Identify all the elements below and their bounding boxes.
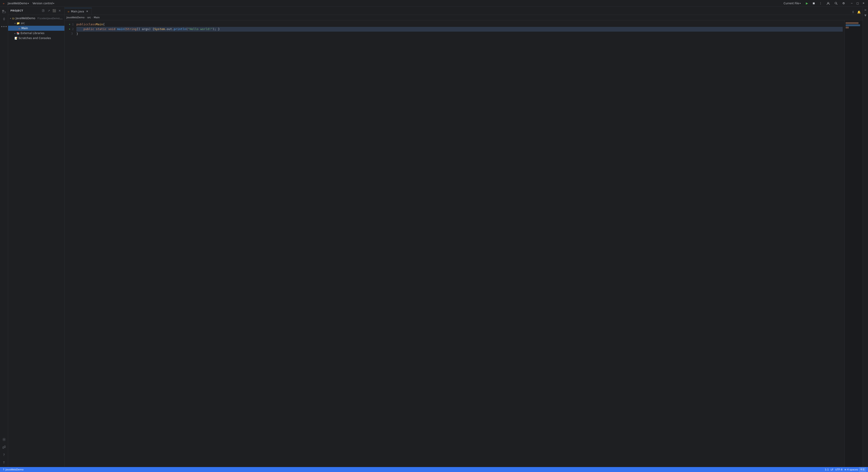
breadcrumb-src[interactable]: src: [87, 16, 91, 19]
right-panel: ≡ ▼: [863, 7, 868, 467]
settings-button[interactable]: ⚙: [840, 1, 847, 6]
code-line-3: }: [76, 32, 843, 36]
breadcrumb-main[interactable]: Main: [94, 16, 100, 19]
indent-setting[interactable]: ≡ 4 spaces: [843, 467, 859, 472]
token-brace-open: {: [103, 22, 105, 27]
tree-item-scratches[interactable]: 📝 Scratches and Consoles: [8, 36, 64, 41]
stop-button[interactable]: ⏹: [811, 1, 817, 6]
tree-item-external-libs[interactable]: ▸ 📚 External Libraries: [8, 31, 64, 36]
encoding[interactable]: UTF-8: [834, 467, 843, 472]
ime-indicator[interactable]: 中文: [859, 467, 866, 472]
titlebar: ☕ JavaWebDemo ▾ Version control ▾ Curren…: [0, 0, 868, 7]
minimap: [844, 20, 863, 467]
scratches-icon: 📝: [14, 37, 18, 40]
updates-icon[interactable]: ↑: [0, 459, 8, 466]
run-controls: ▶ ⏹ ⋮: [804, 1, 824, 6]
cursor-position[interactable]: 1:1: [824, 467, 830, 472]
sidebar-item-project[interactable]: [0, 8, 8, 15]
token-system: System: [154, 27, 165, 31]
more-options-button[interactable]: ⋮: [817, 1, 824, 6]
token-void: void: [108, 27, 117, 31]
tab-main-java[interactable]: ☕ Main.java ✕: [65, 8, 92, 15]
collapse-all-button[interactable]: ⬛: [52, 8, 57, 13]
run-gutter-2[interactable]: ▶: [68, 28, 71, 31]
current-file-menu[interactable]: Current File ▾: [782, 1, 803, 5]
settings-icon[interactable]: [0, 436, 8, 443]
token-close-stmt: ); }: [213, 27, 220, 31]
tree-item-root[interactable]: ▾ 🗂 JavaWebDemo F:\codes\JavaDemo\JavaWe…: [8, 16, 64, 21]
close-button[interactable]: ✕: [861, 1, 866, 6]
run-button[interactable]: ▶: [804, 1, 810, 6]
version-control-dropdown-icon: ▾: [53, 2, 54, 4]
help-icon[interactable]: ?: [0, 451, 8, 459]
status-vcs[interactable]: ↑ JavaWebDemo: [2, 467, 24, 472]
sidebar-header: Project ↗ ⬛ ✕: [8, 7, 64, 15]
src-label: src: [21, 22, 25, 25]
sidebar-item-commit[interactable]: [0, 15, 8, 23]
version-control-menu[interactable]: Version control ▾: [31, 1, 56, 5]
project-name-label: JavaWebDemo: [8, 2, 27, 5]
tree-item-src[interactable]: ▾ 📁 src: [8, 21, 64, 26]
token-println: println: [174, 27, 186, 31]
expand-all-button[interactable]: ↗: [46, 8, 51, 13]
svg-rect-4: [2, 11, 6, 13]
code-editor-body[interactable]: ▶ 1 ▶ 2 3 public class Main { public sta…: [65, 20, 863, 467]
status-bar: ↑ JavaWebDemo 1:1 LF UTF-8 ≡ 4 spaces 中文: [0, 467, 868, 472]
java-tab-icon: ☕: [67, 10, 70, 13]
token-string-val: "Hello world!": [188, 27, 213, 31]
breadcrumb-project[interactable]: JavaWebDemo: [66, 16, 85, 19]
svg-rect-3: [2, 10, 4, 11]
tab-label: Main.java: [71, 10, 84, 13]
sidebar-item-more[interactable]: •••: [0, 23, 8, 30]
indent-label: ≡: [844, 468, 846, 471]
token-paren-open: (: [124, 27, 126, 31]
ime-label: 中文: [860, 468, 865, 471]
svg-point-5: [3, 18, 5, 20]
maximize-button[interactable]: □: [855, 1, 860, 6]
line-ending[interactable]: LF: [830, 467, 834, 472]
token-public-2: public: [84, 27, 96, 31]
editor-tabs: ☕ Main.java ✕ ↕ 🔔: [65, 7, 863, 15]
svg-point-0: [828, 2, 829, 4]
plugins-icon[interactable]: [0, 443, 8, 451]
tree-item-main[interactable]: ☕ Main: [8, 26, 64, 31]
search-button[interactable]: [833, 1, 839, 6]
breadcrumb-sep-2: ›: [92, 16, 93, 19]
line-numbers: ▶ 1 ▶ 2 3: [65, 20, 76, 467]
token-args: args: [142, 27, 149, 31]
project-folder-icon: 🗂: [12, 17, 15, 20]
sidebar-actions: ↗ ⬛ ✕: [41, 8, 62, 13]
code-line-2: public static void main(String[] args) {…: [76, 27, 843, 32]
status-right: 1:1 LF UTF-8 ≡ 4 spaces 中文: [824, 467, 866, 472]
line-num-3: 3: [65, 32, 74, 36]
svg-point-8: [3, 439, 4, 440]
root-label: JavaWebDemo F:\codes\JavaDemo\JavaWebDem…: [16, 17, 63, 20]
activity-bar: ••• ? ↑: [0, 7, 8, 467]
external-libs-icon: 📚: [17, 32, 20, 35]
tab-close-button[interactable]: ✕: [85, 10, 89, 13]
right-panel-btn-1[interactable]: ≡: [863, 8, 868, 12]
token-main: main: [117, 27, 124, 31]
chevron-right-icon-ext: ▸: [14, 32, 16, 35]
run-gutter-1[interactable]: ▶: [68, 23, 71, 26]
token-paren-close: ) {: [149, 27, 154, 31]
token-public-1: public: [76, 22, 87, 27]
project-dropdown-icon: ▾: [28, 2, 29, 4]
code-content[interactable]: public class Main { public static void m…: [76, 20, 844, 467]
profile-button[interactable]: [825, 1, 831, 6]
java-file-icon: ☕: [18, 27, 21, 30]
right-panel-btn-2[interactable]: ▼: [863, 13, 868, 18]
window-buttons: − □ ✕: [849, 1, 866, 6]
project-menu[interactable]: JavaWebDemo ▾: [6, 1, 30, 5]
close-sidebar-button[interactable]: ✕: [57, 8, 62, 13]
line-num-1: ▶ 1: [65, 22, 74, 27]
new-file-button[interactable]: [41, 8, 46, 13]
indent-value: 4 spaces: [847, 468, 858, 471]
notifications-button[interactable]: 🔔: [856, 9, 862, 15]
token-brace-close: }: [76, 32, 78, 36]
expand-editor-button[interactable]: ↕: [850, 9, 856, 15]
file-tree: ▾ 🗂 JavaWebDemo F:\codes\JavaDemo\JavaWe…: [8, 15, 64, 467]
src-folder-icon: 📁: [17, 22, 20, 25]
minimize-button[interactable]: −: [849, 1, 855, 6]
breadcrumb: JavaWebDemo › src › Main: [65, 15, 863, 20]
